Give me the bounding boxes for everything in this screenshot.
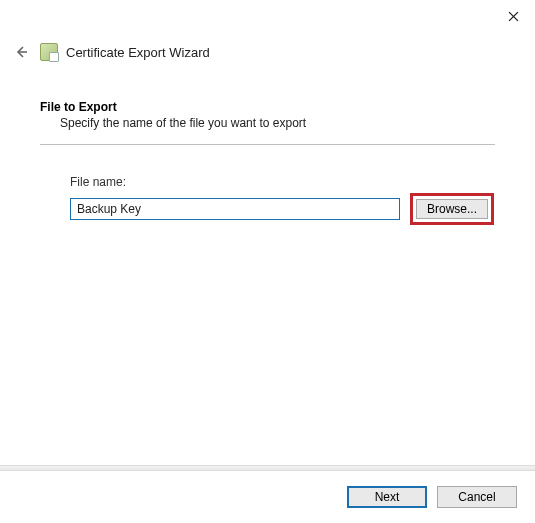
file-name-input[interactable] <box>70 198 400 220</box>
arrow-left-icon <box>13 44 29 60</box>
header-row: Certificate Export Wizard <box>10 40 525 64</box>
title-bar <box>0 0 535 30</box>
close-button[interactable] <box>501 6 525 26</box>
next-button[interactable]: Next <box>347 486 427 508</box>
wizard-title: Certificate Export Wizard <box>66 45 210 60</box>
wizard-page: File to Export Specify the name of the f… <box>40 100 495 225</box>
certificate-wizard-icon <box>40 43 58 61</box>
close-icon <box>508 11 519 22</box>
page-subheading: Specify the name of the file you want to… <box>40 116 495 130</box>
browse-button[interactable]: Browse... <box>416 199 488 219</box>
cancel-button[interactable]: Cancel <box>437 486 517 508</box>
separator <box>40 144 495 145</box>
browse-highlight: Browse... <box>410 193 494 225</box>
file-field-block: File name: Browse... <box>40 175 495 225</box>
file-name-label: File name: <box>70 175 495 189</box>
footer: Next Cancel <box>0 471 535 523</box>
file-field-row: Browse... <box>70 193 495 225</box>
page-heading: File to Export <box>40 100 495 114</box>
back-button[interactable] <box>10 41 32 63</box>
